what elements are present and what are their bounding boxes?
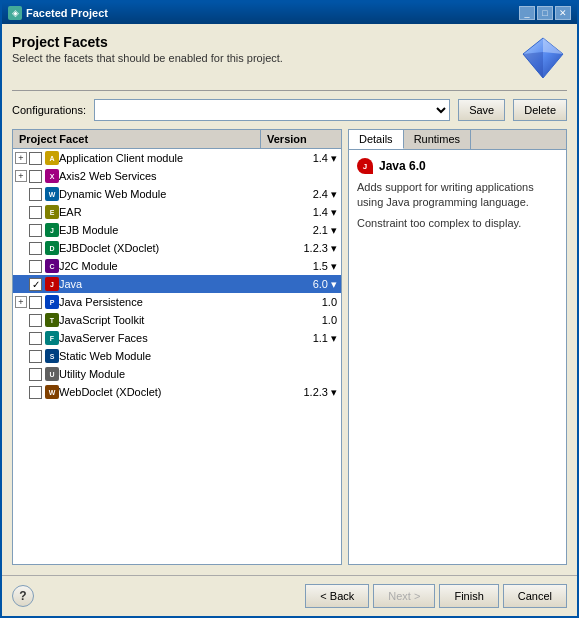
help-button[interactable]: ? [12,585,34,607]
main-area: Project Facet Version + A Application Cl… [12,129,567,565]
label-ejbdoclet: EJBDoclet (XDoclet) [59,242,294,254]
facets-body: + A Application Client module 1.4 ▾ + X … [13,149,341,564]
window-icon: ◈ [8,6,22,20]
facet-row-static-web[interactable]: S Static Web Module [13,347,341,365]
checkbox-utility[interactable] [29,368,42,381]
cancel-button[interactable]: Cancel [503,584,567,608]
footer-bar: ? < Back Next > Finish Cancel [2,575,577,616]
maximize-button[interactable]: □ [537,6,553,20]
checkbox-static-web[interactable] [29,350,42,363]
faceted-project-window: ◈ Faceted Project _ □ ✕ Project Facets S… [0,0,579,618]
details-title: Java 6.0 [379,159,426,173]
version-javascript-toolkit: 1.0 [294,314,339,326]
checkbox-java[interactable]: ✓ [29,278,42,291]
diamond-svg [519,34,567,82]
label-axis2: Axis2 Web Services [59,170,294,182]
icon-java: J [45,277,59,291]
label-j2c: J2C Module [59,260,294,272]
checkbox-app-client[interactable] [29,152,42,165]
close-button[interactable]: ✕ [555,6,571,20]
facet-row-j2c[interactable]: C J2C Module 1.5 ▾ [13,257,341,275]
label-static-web: Static Web Module [59,350,294,362]
back-button[interactable]: < Back [305,584,369,608]
checkbox-java-persistence[interactable] [29,296,42,309]
checkbox-dynamic-web[interactable] [29,188,42,201]
title-bar-left: ◈ Faceted Project [8,6,108,20]
checkbox-axis2[interactable] [29,170,42,183]
finish-button[interactable]: Finish [439,584,498,608]
icon-utility: U [45,367,59,381]
checkbox-ear[interactable] [29,206,42,219]
facet-row-dynamic-web[interactable]: W Dynamic Web Module 2.4 ▾ [13,185,341,203]
label-ear: EAR [59,206,294,218]
version-java: 6.0 ▾ [294,278,339,291]
version-java-persistence: 1.0 [294,296,339,308]
page-header: Project Facets Select the facets that sh… [12,34,567,82]
facet-row-ejbdoclet[interactable]: D EJBDoclet (XDoclet) 1.2.3 ▾ [13,239,341,257]
facet-row-app-client[interactable]: + A Application Client module 1.4 ▾ [13,149,341,167]
icon-app-client: A [45,151,59,165]
label-javascript-toolkit: JavaScript Toolkit [59,314,294,326]
checkbox-javascript-toolkit[interactable] [29,314,42,327]
checkbox-jsf[interactable] [29,332,42,345]
label-jsf: JavaServer Faces [59,332,294,344]
version-app-client: 1.4 ▾ [294,152,339,165]
icon-dynamic-web: W [45,187,59,201]
facet-row-ejb[interactable]: J EJB Module 2.1 ▾ [13,221,341,239]
icon-jsf: F [45,331,59,345]
label-dynamic-web: Dynamic Web Module [59,188,294,200]
facets-panel: Project Facet Version + A Application Cl… [12,129,342,565]
facet-row-jsf[interactable]: F JavaServer Faces 1.1 ▾ [13,329,341,347]
delete-button[interactable]: Delete [513,99,567,121]
config-row: Configurations: Save Delete [12,99,567,121]
expand-java-persistence[interactable]: + [15,296,27,308]
expand-axis2[interactable]: + [15,170,27,182]
icon-javascript-toolkit: T [45,313,59,327]
details-title-row: J Java 6.0 [357,158,558,174]
icon-java-persistence: P [45,295,59,309]
label-ejb: EJB Module [59,224,294,236]
window-controls: _ □ ✕ [519,6,571,20]
java-detail-icon: J [357,158,373,174]
tab-runtimes[interactable]: Runtimes [404,130,471,149]
icon-ejbdoclet: D [45,241,59,255]
next-button[interactable]: Next > [373,584,435,608]
details-description: Adds support for writing applications us… [357,180,558,211]
title-bar: ◈ Faceted Project _ □ ✕ [2,2,577,24]
version-j2c: 1.5 ▾ [294,260,339,273]
version-ejbdoclet: 1.2.3 ▾ [294,242,339,255]
config-label: Configurations: [12,104,86,116]
facet-row-axis2[interactable]: + X Axis2 Web Services [13,167,341,185]
version-ejb: 2.1 ▾ [294,224,339,237]
facet-row-ear[interactable]: E EAR 1.4 ▾ [13,203,341,221]
save-button[interactable]: Save [458,99,505,121]
tab-details[interactable]: Details [349,130,404,149]
checkbox-ejbdoclet[interactable] [29,242,42,255]
facet-row-java-persistence[interactable]: + P Java Persistence 1.0 [13,293,341,311]
facet-row-webdoclet[interactable]: W WebDoclet (XDoclet) 1.2.3 ▾ [13,383,341,401]
label-java-persistence: Java Persistence [59,296,294,308]
facet-row-java[interactable]: ✓ J Java 6.0 ▾ [13,275,341,293]
main-content: Project Facets Select the facets that sh… [2,24,577,575]
icon-axis2: X [45,169,59,183]
header-text: Project Facets Select the facets that sh… [12,34,283,64]
version-webdoclet: 1.2.3 ▾ [294,386,339,399]
details-panel: Details Runtimes J Java 6.0 Adds support… [348,129,567,565]
col-version: Version [261,130,341,148]
label-app-client: Application Client module [59,152,294,164]
tabs-bar: Details Runtimes [349,130,566,150]
expand-app-client[interactable]: + [15,152,27,164]
page-title: Project Facets [12,34,283,50]
checkbox-j2c[interactable] [29,260,42,273]
facet-row-utility[interactable]: U Utility Module [13,365,341,383]
icon-ear: E [45,205,59,219]
checkbox-ejb[interactable] [29,224,42,237]
minimize-button[interactable]: _ [519,6,535,20]
facet-row-javascript-toolkit[interactable]: T JavaScript Toolkit 1.0 [13,311,341,329]
details-constraint: Constraint too complex to display. [357,217,558,229]
checkbox-webdoclet[interactable] [29,386,42,399]
version-ear: 1.4 ▾ [294,206,339,219]
facets-header: Project Facet Version [13,130,341,149]
config-select[interactable] [94,99,450,121]
svg-marker-2 [523,52,543,78]
